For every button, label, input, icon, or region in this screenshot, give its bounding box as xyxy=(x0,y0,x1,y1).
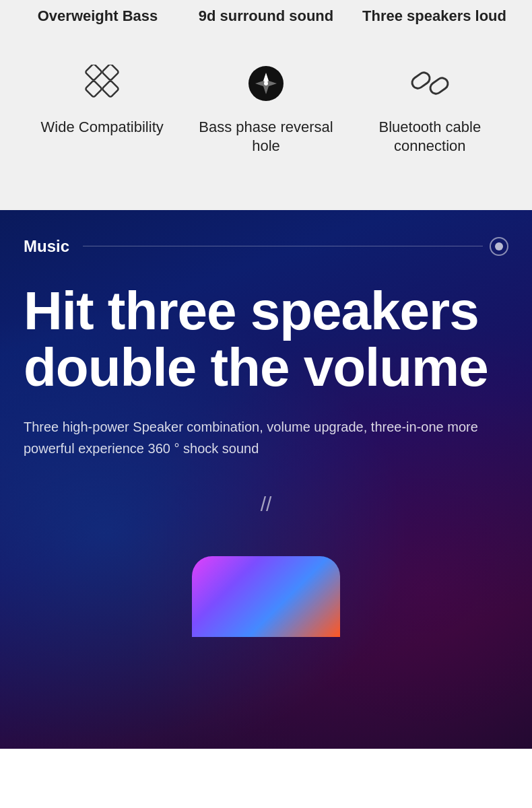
double-slash: // xyxy=(0,493,532,516)
svg-rect-0 xyxy=(85,65,102,81)
feature-bass-phase: Bass phase reversal hole xyxy=(184,60,347,156)
bottom-section: Music Hit three speakers double the volu… xyxy=(0,210,532,749)
feature-overweight-bass: Overweight Bass xyxy=(13,7,182,26)
top-features-row1: Overweight Bass 9d surround sound Three … xyxy=(0,0,532,46)
headline-line2: double the volume xyxy=(24,339,508,396)
section-divider-line xyxy=(83,246,483,246)
link-icon xyxy=(406,60,453,107)
feature-three-speakers-label: Three speakers loud xyxy=(362,7,506,26)
section-dot-inner xyxy=(495,242,503,250)
feature-overweight-bass-label: Overweight Bass xyxy=(38,7,158,26)
headline-line1: Hit three speakers xyxy=(24,283,508,339)
bluetooth-cable-label: Bluetooth cable connection xyxy=(355,118,505,156)
feature-9d-surround-label: 9d surround sound xyxy=(199,7,333,26)
product-image xyxy=(192,556,340,637)
sub-description: Three high-power Speaker combination, vo… xyxy=(0,416,532,459)
sub-description-text: Three high-power Speaker combination, vo… xyxy=(24,416,508,459)
bass-phase-label: Bass phase reversal hole xyxy=(191,118,341,156)
wide-compatibility-label: Wide Compatibility xyxy=(41,118,164,137)
svg-point-5 xyxy=(264,81,268,86)
compass-icon xyxy=(242,60,290,107)
main-headline: Hit three speakers double the volume xyxy=(0,283,532,396)
svg-rect-1 xyxy=(102,65,119,81)
section-dot xyxy=(490,237,508,256)
section-header: Music xyxy=(0,237,532,256)
svg-rect-2 xyxy=(85,80,102,97)
feature-wide-compatibility: Wide Compatibility xyxy=(20,60,184,137)
svg-rect-6 xyxy=(409,71,432,91)
diamond-grid-icon xyxy=(79,60,126,107)
feature-bluetooth-cable: Bluetooth cable connection xyxy=(348,60,512,156)
product-area xyxy=(0,536,532,637)
svg-rect-7 xyxy=(428,76,450,96)
section-title: Music xyxy=(24,237,69,256)
feature-three-speakers: Three speakers loud xyxy=(350,7,519,26)
feature-9d-surround: 9d surround sound xyxy=(182,7,350,26)
svg-rect-3 xyxy=(102,80,119,97)
top-section: Overweight Bass 9d surround sound Three … xyxy=(0,0,532,210)
top-features-row2: Wide Compatibility Bass phase reversal h… xyxy=(0,46,532,183)
